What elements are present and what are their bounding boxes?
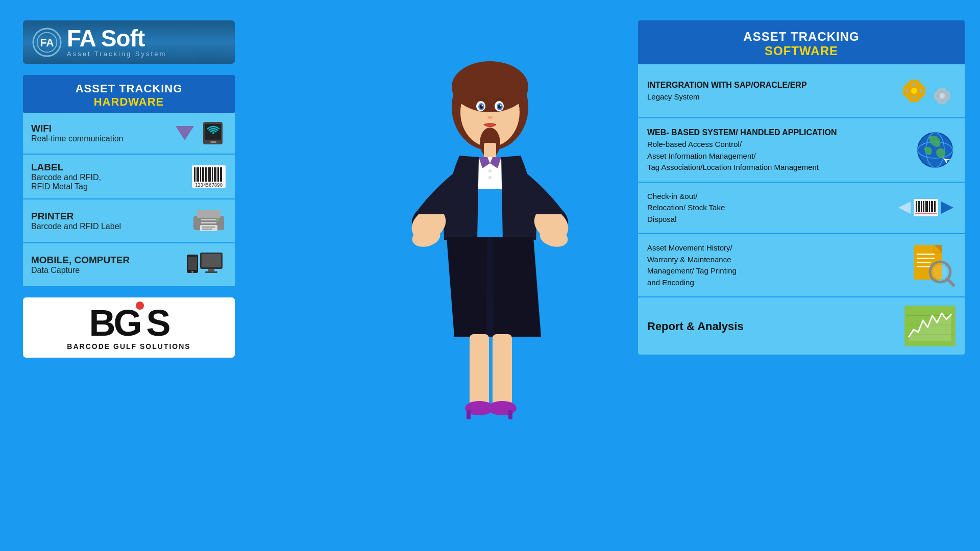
hw-printer-desc: Barcode and RFID Label (31, 222, 121, 231)
sw-webbased-normal: Role-based Access Control/Asset Informat… (647, 140, 819, 171)
hw-mobile-desc: Data Capture (31, 266, 130, 275)
svg-rect-30 (205, 271, 217, 273)
svg-rect-83 (917, 262, 931, 263)
barcode-scan-icon (913, 197, 939, 218)
svg-rect-24 (202, 227, 215, 228)
svg-rect-12 (205, 167, 207, 182)
sw-item-webased: WEB- BASED SYSTEM/ HANDLED APPLICATION R… (638, 118, 965, 183)
svg-rect-77 (934, 201, 936, 212)
sw-integration-normal: Legacy System (647, 92, 700, 101)
svg-rect-54 (493, 334, 512, 406)
sw-item-assetmovement: Asset Movement History/Warranty & Mainte… (638, 234, 965, 297)
fa-soft-logo: FA FA Soft Asset Tracking System (23, 20, 235, 64)
software-header: ASSET TRACKING SOFTWARE (638, 20, 965, 64)
hw-item-mobile: MOBILE, COMPUTER Data Capture (23, 243, 235, 286)
svg-rect-25 (202, 229, 212, 230)
sw-assetmovement-text: Asset Movement History/Warranty & Mainte… (647, 243, 737, 287)
barcode-label-icon: 1234567890 (191, 163, 227, 190)
bgs-logo: B G S BARCODE GULF SOLUTIONS (23, 297, 235, 358)
svg-rect-11 (202, 167, 204, 182)
svg-rect-6 (210, 141, 216, 143)
left-panel: FA FA Soft Asset Tracking System ASSET T… (23, 20, 235, 358)
sw-globe-icon-area (915, 130, 955, 170)
chart-svg (906, 306, 953, 344)
svg-rect-81 (917, 254, 935, 255)
arrow-icon (176, 126, 194, 140)
fa-soft-subtitle: Asset Tracking System (67, 50, 166, 58)
wifi-tablet-icon (200, 120, 227, 146)
fa-soft-text-block: FA Soft Asset Tracking System (67, 27, 166, 58)
magnifier-document-icon (910, 242, 955, 288)
svg-rect-8 (194, 167, 195, 182)
svg-rect-29 (208, 269, 214, 271)
svg-rect-71 (918, 201, 920, 212)
right-panel: ASSET TRACKING SOFTWARE INTERGRATION WIT… (638, 20, 965, 355)
mobile-computer-icon (186, 251, 227, 279)
svg-rect-23 (200, 225, 217, 231)
center-character (383, 26, 597, 485)
svg-rect-28 (202, 254, 221, 267)
svg-point-46 (487, 116, 493, 119)
svg-rect-78 (915, 213, 937, 214)
svg-rect-47 (484, 143, 496, 158)
fa-soft-logo-icon: FA (32, 28, 62, 57)
sw-webbased-bold: WEB- BASED SYSTEM/ HANDLED APPLICATION (647, 128, 837, 137)
hardware-header2: HARDWARE (23, 95, 235, 109)
bgs-dot (136, 302, 144, 310)
sw-integration-bold: INTERGRATION WITH SAP/ORACLE/ERP (647, 81, 807, 89)
svg-rect-70 (916, 201, 917, 212)
svg-rect-17 (220, 167, 222, 182)
gear-silver-icon (929, 83, 955, 109)
svg-line-87 (947, 279, 953, 285)
sw-item-checkin: Check-in &out/Relocation/ Stock TakeDisp… (638, 183, 965, 235)
svg-point-33 (191, 271, 193, 273)
hw-item-label: LABEL Barcode and RFID,RFID Metal Tag 12… (23, 155, 235, 199)
sw-chart-icon-area (904, 306, 955, 346)
svg-point-5 (212, 132, 214, 134)
svg-point-86 (933, 265, 947, 279)
sw-item-integration: INTERGRATION WITH SAP/ORACLE/ERP Legacy … (638, 64, 965, 118)
svg-marker-68 (898, 202, 911, 214)
svg-rect-72 (921, 201, 922, 212)
svg-rect-14 (212, 167, 213, 182)
bgs-subtitle: BARCODE GULF SOLUTIONS (67, 342, 190, 350)
svg-rect-15 (214, 167, 216, 182)
hardware-header1: ASSET TRACKING (23, 82, 235, 95)
software-header-title: ASSET TRACKING (648, 30, 954, 44)
sw-barcode-arrows-icon-area (896, 197, 955, 218)
svg-marker-79 (941, 202, 953, 214)
sw-magnifier-doc-icon-area (910, 242, 955, 288)
svg-rect-76 (931, 201, 933, 212)
svg-point-61 (911, 88, 917, 94)
hw-mobile-title: MOBILE, COMPUTER (31, 255, 130, 266)
fa-soft-title: FA Soft (67, 27, 166, 50)
gear-gold-icon (896, 73, 932, 109)
svg-point-45 (500, 105, 502, 107)
hw-item-printer: PRINTER Barcode and RFID Label (23, 199, 235, 243)
svg-rect-73 (923, 201, 924, 212)
character-svg (403, 46, 577, 464)
svg-rect-74 (925, 201, 928, 212)
hardware-box: ASSET TRACKING HARDWARE (23, 75, 235, 113)
sw-gears-icon-area (896, 72, 955, 109)
svg-point-26 (216, 218, 219, 221)
globe-icon (915, 130, 955, 170)
bgs-s: S (146, 305, 168, 341)
hw-label-desc: Barcode and RFID,RFID Metal Tag (31, 173, 101, 191)
hw-wifi-title: WIFI (31, 123, 124, 134)
svg-point-49 (488, 169, 492, 172)
svg-point-36 (452, 61, 528, 112)
svg-rect-53 (470, 334, 489, 406)
svg-rect-75 (929, 201, 930, 212)
software-header-sub: SOFTWARE (648, 44, 954, 58)
left-arrow-icon (896, 199, 911, 216)
svg-text:1234567890: 1234567890 (195, 183, 223, 188)
hw-wifi-desc: Real-time communication (31, 134, 124, 143)
svg-rect-20 (197, 210, 220, 218)
svg-rect-10 (200, 167, 201, 182)
svg-rect-16 (217, 167, 219, 182)
svg-text:FA: FA (40, 36, 54, 48)
hw-label-title: LABEL (31, 162, 101, 173)
svg-rect-13 (208, 167, 211, 182)
svg-rect-57 (467, 410, 471, 419)
